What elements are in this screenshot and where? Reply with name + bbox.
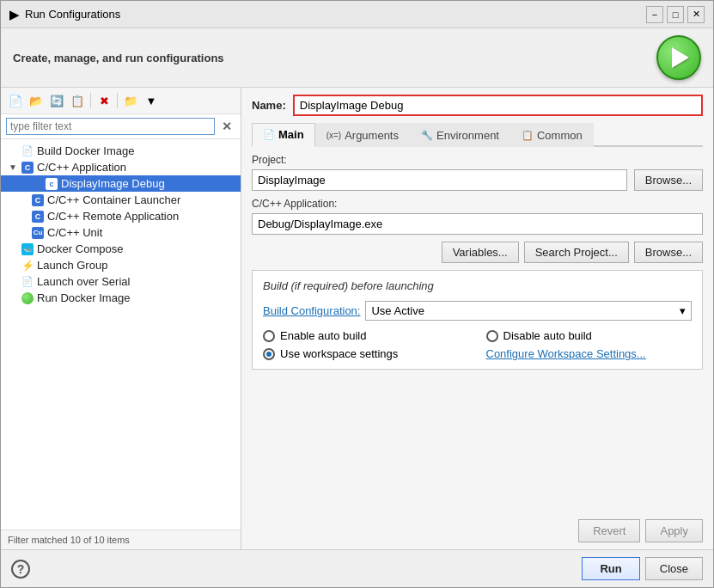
search-clear-button[interactable]: ✕ [218,119,235,133]
btn-row: Variables... Search Project... Browse... [252,242,703,263]
search-input[interactable] [6,118,215,135]
c-icon: C [21,162,34,174]
tree-item-docker-compose[interactable]: 🐳 Docker Compose [1,241,241,257]
filter-status: Filter matched 10 of 10 items [1,530,241,549]
tabs: 📄 Main (x=) Arguments 🔧 Environment 📋 Co… [252,123,703,147]
tab-environment[interactable]: 🔧 Environment [410,123,510,147]
tree-item-label: C/C++ Unit [47,226,102,239]
tree-item-label: Run Docker Image [37,291,130,304]
variables-button[interactable]: Variables... [442,242,519,263]
title-bar-controls: − □ ✕ [646,6,705,23]
expand-icon [18,228,28,238]
expand-icon [8,146,18,156]
tree-item-cpp-container[interactable]: C C/C++ Container Launcher [1,192,241,208]
tab-arguments[interactable]: (x=) Arguments [315,123,410,147]
expand-icon [8,293,18,303]
main-tab-icon: 📄 [263,129,275,140]
title-bar-left: ▶ Run Configurations [9,7,120,22]
refresh-button[interactable]: 🔄 [47,91,66,110]
expand-icon [8,260,18,271]
dropdown-button[interactable]: ▼ [142,91,161,110]
cu-icon: Cu [32,227,44,239]
build-section: Build (if required) before launching Bui… [252,270,703,370]
build-config-row: Build Configuration: Use Active ▾ [263,301,692,321]
window-subtitle-text: Create, manage, and run configurations [13,52,224,64]
name-row: Name: [252,95,703,116]
build-config-link[interactable]: Build Configuration: [263,304,360,317]
expand-icon: ▼ [8,162,18,173]
radio-dot-enable [263,330,275,342]
tree-item-cpp-unit[interactable]: Cu C/C++ Unit [1,224,241,241]
delete-button[interactable]: ✖ [95,91,113,110]
tree-item-launch-serial[interactable]: 📄 Launch over Serial [1,273,241,290]
docker-icon: 🐳 [21,243,34,255]
c-icon: c [46,178,58,190]
launch-icon: ⚡ [21,260,34,272]
configure-link-text[interactable]: Configure Workspace Settings... [486,347,646,360]
name-label: Name: [252,99,286,112]
filter-button[interactable]: 📁 [121,91,140,110]
main-content: 📄 📂 🔄 📋 ✖ 📁 ▼ ✕ 📄 [1,88,713,549]
run-green-button[interactable] [656,35,701,80]
toolbar-separator2 [117,93,118,108]
build-config-select[interactable]: Use Active ▾ [365,301,692,321]
search-box: ✕ [1,114,241,139]
tree-item-cpp-app[interactable]: ▼ C C/C++ Application [1,159,241,175]
expand-icon [32,179,42,189]
project-input[interactable] [252,169,627,191]
tab-common[interactable]: 📋 Common [510,123,594,147]
doc-icon: 📄 [21,145,34,157]
tree-item-run-docker[interactable]: Run Docker Image [1,290,241,306]
tab-main[interactable]: 📄 Main [252,123,315,147]
filter-status-text: Filter matched 10 of 10 items [8,535,130,545]
tree-item-label: C/C++ Application [37,161,126,174]
c-icon: C [32,211,44,223]
name-input[interactable] [295,96,701,114]
tree-item-label: Launch Group [37,259,107,272]
build-section-title: Build (if required) before launching [263,279,692,292]
tree-item-build-docker[interactable]: 📄 Build Docker Image [1,143,241,159]
right-panel: Name: 📄 Main (x=) Arguments 🔧 Environmen… [241,88,713,549]
app-icon: ▶ [9,7,20,22]
search-project-button[interactable]: Search Project... [524,242,629,263]
expand-icon [8,244,18,254]
doc-icon: 📄 [21,276,34,288]
minimize-button[interactable]: − [646,6,663,23]
arguments-tab-icon: (x=) [326,131,342,140]
tree-item-label: DisplayImage Debug [61,177,165,190]
expand-icon [18,211,28,222]
radio-enable-auto-build[interactable]: Enable auto build [263,329,469,342]
run-button[interactable]: Run [582,557,639,580]
project-row: Browse... [252,169,703,191]
tree-item-label: C/C++ Container Launcher [47,193,180,206]
radio-disable-auto-build[interactable]: Disable auto build [486,329,693,342]
bottom-buttons-row: Revert Apply [252,516,703,542]
radio-group: Enable auto build Disable auto build Use… [263,329,692,360]
tree-item-label: Launch over Serial [37,275,130,288]
configure-workspace-link[interactable]: Configure Workspace Settings... [486,347,693,360]
tree-item-launch-group[interactable]: ⚡ Launch Group [1,257,241,273]
apply-button[interactable]: Apply [645,519,703,542]
cpp-app-input[interactable] [252,213,703,235]
tab-main-label: Main [278,128,304,141]
browse2-button[interactable]: Browse... [634,242,703,263]
radio-label-enable: Enable auto build [280,329,366,342]
close-window-button[interactable]: ✕ [687,6,705,23]
tab-common-label: Common [537,129,583,142]
revert-button[interactable]: Revert [578,519,640,542]
close-button[interactable]: Close [645,557,703,580]
new-config-button[interactable]: 📄 [6,91,25,110]
radio-workspace-settings[interactable]: Use workspace settings [263,347,469,360]
help-button[interactable]: ? [11,560,30,579]
footer: ? Run Close [1,549,713,587]
project-browse-button[interactable]: Browse... [634,169,703,191]
tree-item-displayimage[interactable]: c DisplayImage Debug [1,175,241,192]
run-configurations-window: ▶ Run Configurations − □ ✕ Create, manag… [0,0,714,588]
maximize-button[interactable]: □ [667,6,684,23]
duplicate-button[interactable]: 📋 [68,91,87,110]
tab-arguments-label: Arguments [345,129,399,142]
radio-dot-workspace [263,348,275,360]
tree-area: 📄 Build Docker Image ▼ C C/C++ Applicati… [1,139,241,530]
open-button[interactable]: 📂 [27,91,46,110]
tree-item-cpp-remote[interactable]: C C/C++ Remote Application [1,208,241,224]
